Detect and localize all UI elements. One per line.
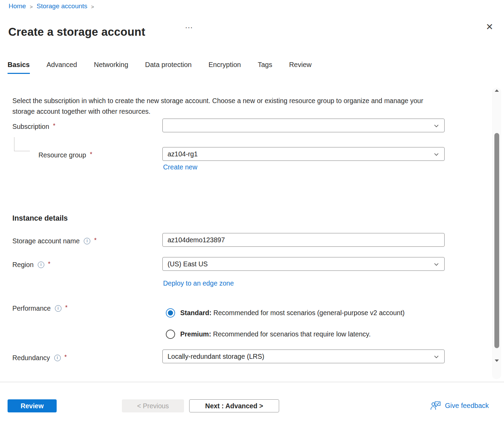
scroll-up-icon[interactable] [495, 89, 499, 92]
region-value: (US) East US [168, 260, 208, 268]
close-icon[interactable]: ✕ [483, 20, 496, 34]
wizard-tabs: Basics Advanced Networking Data protecti… [8, 61, 311, 74]
breadcrumb-storage-accounts-link[interactable]: Storage accounts [36, 2, 87, 10]
give-feedback-button[interactable]: Give feedback [430, 401, 489, 410]
required-asterisk: * [48, 261, 50, 268]
resource-group-value: az104-rg1 [168, 150, 198, 158]
region-label: Region i * [12, 261, 50, 269]
feedback-icon [430, 401, 441, 410]
breadcrumb-separator-icon: > [30, 4, 33, 10]
breadcrumb-home-link[interactable]: Home [9, 2, 26, 10]
next-advanced-button[interactable]: Next : Advanced > [189, 399, 279, 412]
info-icon[interactable]: i [84, 238, 90, 244]
subscription-child-connector [14, 137, 30, 151]
radio-unselected-icon[interactable] [166, 330, 175, 339]
create-new-link[interactable]: Create new [163, 163, 197, 171]
redundancy-value: Locally-redundant storage (LRS) [168, 353, 264, 361]
create-storage-account-page: Home > Storage accounts > Create a stora… [0, 0, 504, 421]
info-icon[interactable]: i [38, 262, 44, 268]
required-asterisk: * [53, 122, 55, 130]
redundancy-label: Redundancy i * [12, 354, 67, 362]
required-asterisk: * [94, 237, 96, 244]
more-menu-icon[interactable]: … [185, 21, 194, 30]
info-icon[interactable]: i [54, 355, 61, 361]
tab-review[interactable]: Review [289, 61, 312, 74]
tab-networking[interactable]: Networking [94, 61, 128, 74]
option-description: Recommended for scenarios that require l… [213, 330, 370, 338]
tab-basics[interactable]: Basics [8, 61, 30, 74]
required-asterisk: * [90, 151, 92, 158]
deploy-edge-zone-link[interactable]: Deploy to an edge zone [163, 279, 234, 287]
redundancy-dropdown[interactable]: Locally-redundant storage (LRS) [162, 350, 445, 363]
info-icon[interactable]: i [55, 305, 61, 312]
resource-group-dropdown[interactable]: az104-rg1 [162, 147, 445, 161]
chevron-down-icon [433, 261, 439, 267]
breadcrumb: Home > Storage accounts > [9, 2, 98, 10]
footer-divider [0, 382, 504, 382]
give-feedback-label: Give feedback [445, 402, 489, 410]
scrollbar-thumb[interactable] [494, 133, 499, 348]
previous-button[interactable]: < Previous [122, 399, 184, 412]
chevron-down-icon [433, 354, 439, 360]
scroll-down-icon[interactable] [495, 359, 499, 362]
chevron-down-icon [433, 123, 439, 129]
subscription-dropdown[interactable] [162, 119, 445, 132]
subscription-label: Subscription * [12, 123, 55, 131]
breadcrumb-separator-icon: > [91, 4, 94, 10]
required-asterisk: * [65, 304, 68, 311]
performance-option-premium[interactable]: Premium: Recommended for scenarios that … [166, 330, 371, 339]
tab-encryption[interactable]: Encryption [208, 61, 241, 74]
tab-advanced[interactable]: Advanced [47, 61, 77, 74]
review-button[interactable]: Review [8, 399, 57, 412]
performance-option-standard[interactable]: Standard: Recommended for most scenarios… [166, 308, 405, 318]
radio-selected-icon[interactable] [166, 308, 175, 318]
instance-details-heading: Instance details [12, 214, 68, 223]
page-title: Create a storage account [8, 25, 145, 38]
storage-account-name-label: Storage account name i * [12, 237, 96, 245]
storage-account-name-input[interactable] [162, 233, 445, 247]
region-dropdown[interactable]: (US) East US [162, 257, 445, 271]
performance-label: Performance i * [12, 304, 68, 312]
basics-description: Select the subscription in which to crea… [12, 96, 443, 117]
option-name: Standard: [180, 309, 211, 317]
option-description: Recommended for most scenarios (general-… [213, 309, 404, 317]
required-asterisk: * [65, 354, 67, 361]
option-name: Premium: [180, 330, 211, 338]
tab-data-protection[interactable]: Data protection [145, 61, 192, 74]
tab-tags[interactable]: Tags [258, 61, 272, 74]
resource-group-label: Resource group * [38, 151, 92, 159]
chevron-down-icon [433, 151, 439, 157]
